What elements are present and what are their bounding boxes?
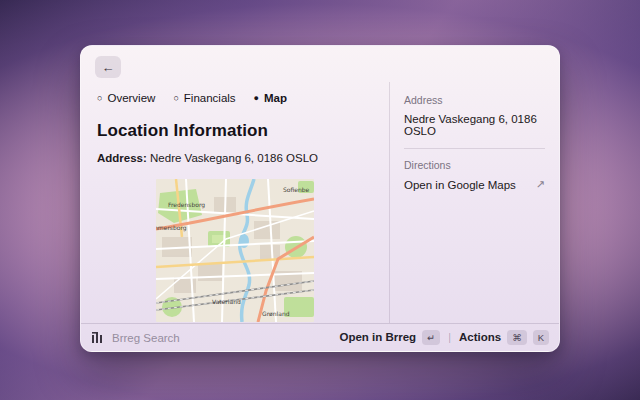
tab-label: Map (264, 92, 287, 104)
radio-dot-icon: ○ (97, 94, 102, 103)
brreg-logo-icon (91, 331, 104, 344)
map-label-fredensborg: Fredensborg (168, 201, 205, 209)
tab-financials[interactable]: ○ Financials (173, 92, 235, 104)
window-body: ○ Overview ○ Financials ● Map Location I… (81, 82, 559, 323)
address-value: Nedre Vaskegang 6, 0186 OSLO (150, 152, 318, 164)
tab-bar: ○ Overview ○ Financials ● Map (97, 92, 373, 104)
sidebar-divider (404, 148, 545, 149)
tab-label: Overview (107, 92, 155, 104)
map-label-gronland: Grønland (262, 310, 290, 317)
actions-label: Actions (459, 331, 501, 343)
open-in-brreg-button[interactable]: Open in Brreg ↵ (339, 328, 440, 347)
back-button[interactable]: ← (95, 56, 121, 78)
actions-button[interactable]: Actions ⌘ K (459, 328, 549, 347)
open-in-brreg-label: Open in Brreg (339, 331, 416, 343)
back-arrow-icon: ← (102, 61, 115, 74)
page-title: Location Information (97, 121, 373, 141)
sidebar-address-value: Nedre Vaskegang 6, 0186 OSLO (404, 113, 545, 137)
search-input[interactable] (112, 332, 331, 344)
external-link-icon: ↗ (536, 178, 545, 191)
cmd-key-badge: ⌘ (507, 330, 527, 345)
radio-dot-icon: ● (254, 94, 259, 103)
app-window: ← ○ Overview ○ Financials ● (80, 45, 560, 352)
map-container: Fredensborg Sofienbe mmersborg Vaterland… (156, 179, 314, 322)
main-pane: ○ Overview ○ Financials ● Map Location I… (81, 82, 389, 323)
address-label: Address: (97, 152, 147, 164)
open-google-maps-label: Open in Google Maps (404, 179, 516, 191)
footer-actions: Open in Brreg ↵ | Actions ⌘ K (339, 328, 549, 347)
window-header: ← (81, 46, 559, 82)
tab-label: Financials (184, 92, 236, 104)
open-google-maps-button[interactable]: Open in Google Maps ↗ (404, 178, 545, 191)
map-label-hammersborg: mmersborg (156, 224, 187, 232)
map-label-vaterland: Vaterland (212, 298, 241, 305)
map-label-sofienberg: Sofienbe (283, 186, 310, 193)
footer-separator: | (448, 331, 451, 343)
detail-sidebar: Address Nedre Vaskegang 6, 0186 OSLO Dir… (389, 82, 559, 323)
address-line: Address: Nedre Vaskegang 6, 0186 OSLO (97, 152, 373, 164)
action-bar: Open in Brreg ↵ | Actions ⌘ K (81, 323, 559, 351)
map-image: Fredensborg Sofienbe mmersborg Vaterland… (156, 179, 314, 322)
enter-key-badge: ↵ (422, 330, 440, 345)
sidebar-directions-heading: Directions (404, 159, 545, 171)
sidebar-address-heading: Address (404, 94, 545, 106)
k-key-badge: K (533, 330, 549, 345)
tab-overview[interactable]: ○ Overview (97, 92, 155, 104)
radio-dot-icon: ○ (173, 94, 178, 103)
tab-map[interactable]: ● Map (254, 92, 287, 104)
